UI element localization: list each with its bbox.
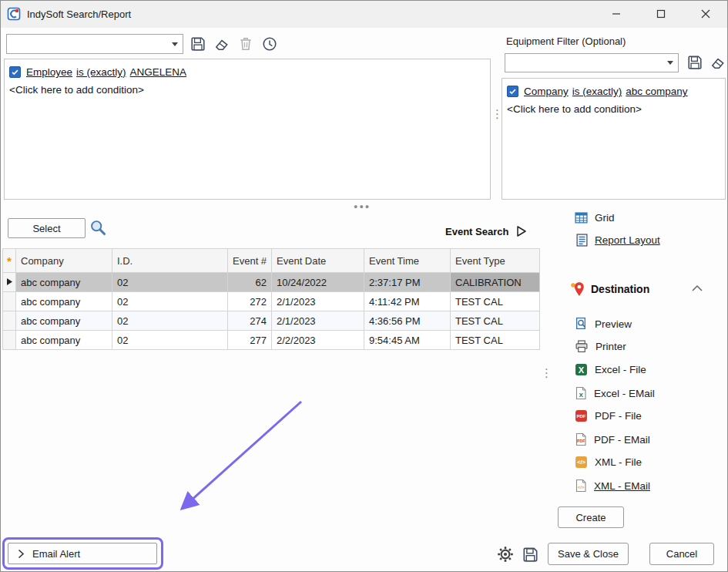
grid-cell[interactable]: 277: [228, 331, 272, 350]
report-layout-label: Report Layout: [595, 234, 660, 246]
column-header[interactable]: Event #: [228, 249, 272, 273]
condition-value-link[interactable]: abc company: [626, 86, 687, 97]
grid-cell[interactable]: TEST CAL: [451, 311, 540, 331]
grid-cell[interactable]: 02: [112, 311, 228, 331]
destination-option-xml-file[interactable]: </> XML - File: [575, 456, 642, 469]
settings-button[interactable]: [495, 544, 515, 564]
search-button[interactable]: [88, 217, 108, 237]
equipment-condition-text: Companyis (exactly)abc company: [524, 86, 692, 97]
table-row[interactable]: abc company 02 62 10/24/2022 2:37:17 PM …: [3, 273, 540, 292]
grid-cell[interactable]: 2:37:17 PM: [364, 273, 451, 292]
save-icon: [687, 55, 703, 70]
grid-cell[interactable]: abc company: [16, 331, 112, 350]
grid-cell[interactable]: abc company: [16, 292, 112, 311]
equipment-condition-row: Companyis (exactly)abc company: [502, 79, 725, 99]
delete-search-button[interactable]: [236, 34, 256, 54]
combo-dropdown-icon[interactable]: [663, 61, 678, 65]
grid-cell[interactable]: 02: [112, 292, 228, 311]
event-search-control[interactable]: Event Search: [445, 225, 528, 237]
grid-cell[interactable]: 10/24/2022: [272, 273, 364, 292]
destination-option-preview[interactable]: Preview: [575, 317, 632, 331]
grid-cell[interactable]: CALIBRATION: [451, 273, 540, 292]
destination-section-header[interactable]: Destination: [570, 281, 649, 297]
grid-cell[interactable]: 02: [112, 331, 228, 350]
history-button[interactable]: [260, 34, 280, 54]
close-button[interactable]: [683, 0, 728, 28]
grid-cell[interactable]: 274: [228, 311, 272, 331]
report-layout-icon: [576, 234, 588, 247]
grid-cell[interactable]: 2/1/2023: [272, 311, 364, 331]
output-option-grid[interactable]: Grid: [575, 211, 615, 224]
clear-equipment-filter-button[interactable]: [708, 52, 728, 72]
destination-option-excel-email[interactable]: X Excel - EMail: [575, 386, 655, 400]
maximize-button[interactable]: [639, 0, 683, 28]
destination-option-printer[interactable]: Printer: [575, 340, 626, 353]
grid-cell[interactable]: 4:36:56 PM: [364, 311, 451, 331]
row-indicator: [3, 292, 16, 311]
grid-cell[interactable]: 9:54:45 AM: [364, 331, 451, 350]
svg-text:</>: </>: [578, 485, 585, 490]
table-row[interactable]: abc company 02 274 2/1/2023 4:36:56 PM T…: [3, 311, 540, 331]
condition-checkbox[interactable]: [507, 86, 518, 97]
excel-file-icon: X: [575, 363, 588, 376]
grid-cell[interactable]: 272: [228, 292, 272, 311]
condition-checkbox[interactable]: [9, 66, 21, 78]
column-header[interactable]: Event Time: [364, 249, 451, 273]
select-button-label: Select: [32, 223, 60, 234]
grid-cell[interactable]: TEST CAL: [451, 292, 540, 311]
clock-icon: [262, 36, 277, 52]
equipment-filter-combobox[interactable]: [505, 53, 679, 72]
cancel-button[interactable]: Cancel: [649, 543, 714, 565]
destination-option-excel-file[interactable]: X Excel - File: [575, 363, 646, 376]
select-button[interactable]: Select: [8, 218, 86, 238]
column-header[interactable]: Event Date: [272, 249, 364, 273]
grid-cell[interactable]: abc company: [16, 311, 112, 331]
grid-cell[interactable]: 2/2/2023: [272, 331, 364, 350]
add-condition-link[interactable]: <Click here to add condition>: [5, 79, 490, 100]
add-condition-link[interactable]: <Click here to add condition>: [502, 99, 725, 119]
grid-cell[interactable]: 4:11:42 PM: [364, 292, 451, 311]
table-row[interactable]: abc company 02 272 2/1/2023 4:11:42 PM T…: [3, 292, 540, 311]
excel-email-icon: X: [575, 386, 587, 400]
save-close-button[interactable]: Save & Close: [548, 543, 629, 565]
email-alert-button[interactable]: Email Alert: [8, 543, 157, 564]
condition-field-link[interactable]: Employee: [26, 66, 72, 78]
collapse-chevron-icon[interactable]: [691, 284, 703, 293]
minimize-button[interactable]: [594, 0, 639, 28]
column-header[interactable]: I.D.: [112, 249, 228, 273]
destination-label: Destination: [591, 283, 649, 295]
condition-operator-link[interactable]: is (exactly): [76, 66, 126, 78]
condition-operator-link[interactable]: is (exactly): [572, 86, 622, 97]
column-header[interactable]: Company: [16, 249, 112, 273]
save-equipment-filter-button[interactable]: [685, 52, 705, 72]
destination-option-xml-email[interactable]: </> XML - EMail: [575, 479, 650, 493]
pdf-email-icon: PDF: [575, 432, 587, 446]
run-search-icon[interactable]: [515, 225, 528, 237]
row-indicator: [3, 331, 16, 350]
destination-option-pdf-file[interactable]: PDF PDF - File: [575, 409, 642, 422]
table-row[interactable]: abc company 02 277 2/2/2023 9:54:45 AM T…: [3, 331, 540, 350]
destination-option-label: Preview: [595, 318, 632, 330]
minimize-icon: [612, 9, 621, 19]
column-header[interactable]: Event Type: [451, 249, 540, 273]
create-button[interactable]: Create: [558, 506, 624, 528]
splitter-handle[interactable]: ⋮: [541, 367, 552, 379]
grid-cell[interactable]: 02: [112, 273, 228, 292]
grid-cell[interactable]: TEST CAL: [451, 331, 540, 350]
destination-option-label: PDF - EMail: [594, 434, 650, 446]
condition-value-link[interactable]: ANGELENA: [130, 66, 187, 78]
search-preset-combobox[interactable]: [6, 34, 183, 54]
combo-dropdown-icon[interactable]: [167, 42, 183, 46]
grid-cell[interactable]: 62: [228, 273, 272, 292]
save-settings-button[interactable]: [520, 544, 540, 564]
destination-option-pdf-email[interactable]: PDF PDF - EMail: [575, 432, 650, 446]
splitter-handle[interactable]: ●●●: [354, 203, 371, 210]
output-option-report-layout[interactable]: Report Layout: [576, 234, 660, 247]
clear-search-button[interactable]: [212, 34, 232, 54]
grid-cell[interactable]: abc company: [16, 273, 112, 292]
condition-field-link[interactable]: Company: [524, 86, 569, 97]
save-search-button[interactable]: [188, 34, 208, 54]
grid-cell[interactable]: 2/1/2023: [272, 292, 364, 311]
equipment-filter-label: Equipment Filter (Optional): [506, 35, 626, 47]
new-row-indicator-icon: *: [7, 254, 12, 267]
